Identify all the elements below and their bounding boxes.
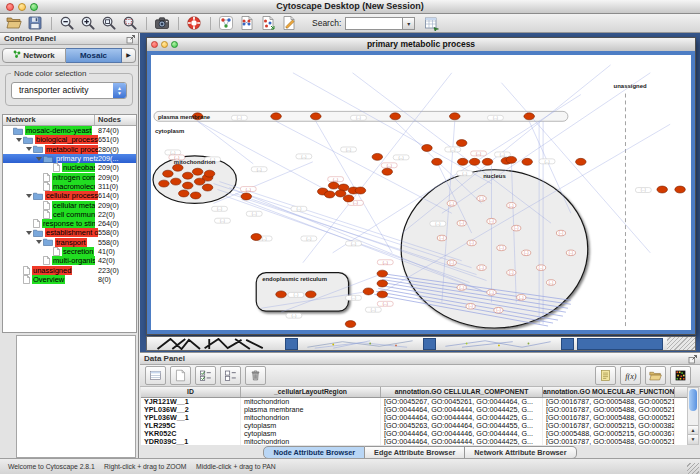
table-cell[interactable]: [GO:0044464, GO:0044444, GO:0044425, G..… [381, 438, 543, 445]
import-table-icon[interactable] [424, 15, 440, 31]
scrollbar-thumb[interactable] [689, 389, 697, 411]
table-cell[interactable]: [GO:0044464, GO:0044446, GO:0044444, G..… [381, 430, 543, 438]
table-cell[interactable]: mitochondrion [241, 398, 381, 406]
attribute-grid-icon[interactable] [145, 366, 166, 385]
table-cell[interactable]: [GO:0016787, GO:0005215, GO:0003824, G..… [543, 422, 675, 430]
tree-row[interactable]: mosaic-demo-yeast874(0) [3, 126, 136, 135]
tree-row[interactable]: cell communicat22(0) [3, 210, 136, 219]
annotations-icon[interactable] [281, 15, 297, 31]
table-cell[interactable]: [GO:0045263, GO:0044464, GO:0044455, G..… [381, 422, 543, 430]
tab-network[interactable]: Network [2, 48, 66, 63]
table-cell[interactable]: YDR039C__1 [141, 438, 241, 445]
unselect-attributes-icon[interactable] [220, 366, 241, 385]
table-cell[interactable]: mitochondrion [241, 438, 381, 445]
close-button[interactable] [6, 3, 14, 11]
table-cell[interactable]: [GO:0016787, GO:0005488, GO:0005215, G..… [543, 406, 675, 414]
search-input[interactable] [345, 17, 403, 30]
scroll-down-icon[interactable]: ▼ [688, 434, 698, 444]
table-cell[interactable]: [GO:0016787, GO:0005488, GO:0005215, G..… [543, 414, 675, 422]
table-row[interactable]: YDR039C__1mitochondrion[GO:0044464, GO:0… [141, 438, 687, 445]
function-builder-icon[interactable]: f(x) [620, 366, 641, 385]
table-row[interactable]: YKR052Ccytoplasm[GO:0044464, GO:0044446,… [141, 430, 687, 438]
table-scrollbar[interactable]: ▲ ▼ [687, 387, 699, 445]
snapshot-icon[interactable] [154, 15, 170, 31]
column-header[interactable]: ID [141, 387, 241, 397]
table-cell[interactable]: [GO:0016787, GO:0005488, GO:0005215, G..… [543, 438, 675, 445]
table-cell[interactable]: plasma membrane [241, 406, 381, 414]
filters-icon[interactable] [239, 15, 255, 31]
tree-row[interactable]: nitrogen compo209(0) [3, 172, 136, 181]
zoom-selected-icon[interactable] [122, 15, 138, 31]
vizmapper-icon[interactable] [218, 15, 234, 31]
float-panel-icon[interactable] [126, 34, 136, 44]
table-cell[interactable]: mitochondrion [241, 414, 381, 422]
table-cell[interactable]: cytoplasm [241, 422, 381, 430]
network-window-titlebar[interactable]: primary metabolic process [147, 38, 695, 52]
tree-row[interactable]: metabolic process280(0) [3, 145, 136, 154]
save-session-icon[interactable] [27, 15, 43, 31]
tree-row[interactable]: Overview8(0) [3, 275, 136, 284]
float-panel-icon[interactable] [688, 354, 698, 364]
zoom-fit-icon[interactable] [101, 15, 117, 31]
table-row[interactable]: YPL036W__1mitochondrion[GO:0044464, GO:0… [141, 414, 687, 422]
table-cell[interactable]: YKR052C [141, 430, 241, 438]
tree-expand-icon[interactable] [25, 231, 33, 235]
tree-row[interactable]: response to stimulu264(0) [3, 219, 136, 228]
tree-expand-icon[interactable] [25, 147, 33, 151]
view-minimize-button[interactable] [161, 41, 168, 48]
table-cell[interactable]: YPL036W__2 [141, 406, 241, 414]
node-color-dropdown[interactable]: transporter activity ▲▼ [11, 82, 127, 99]
table-cell[interactable]: cytoplasm [241, 430, 381, 438]
open-session-icon[interactable] [6, 15, 22, 31]
tree-row[interactable]: cellular metabol209(0) [3, 200, 136, 209]
table-row[interactable]: YLR295Ccytoplasm[GO:0045263, GO:0044464,… [141, 422, 687, 430]
notes-icon[interactable] [595, 366, 616, 385]
tab-mosaic[interactable]: Mosaic [66, 48, 122, 63]
table-cell[interactable]: YJR121W__1 [141, 398, 241, 406]
table-cell[interactable]: [GO:0044464, GO:0044444, GO:0044425, G..… [381, 414, 543, 422]
table-cell[interactable]: [GO:0044464, GO:0044444, GO:0044425, G..… [381, 406, 543, 414]
table-cell[interactable]: [GO:0005488, GO:0005215, GO:0003674] [543, 430, 675, 438]
view-close-button[interactable] [151, 41, 158, 48]
window-titlebar[interactable]: Cytoscape Desktop (New Session) [0, 0, 700, 14]
tree-row[interactable]: establishment of lo558(0) [3, 228, 136, 237]
table-row[interactable]: YPL036W__2plasma membrane[GO:0044464, GO… [141, 406, 687, 414]
tree-row[interactable]: nucleobase-209(0) [3, 163, 136, 172]
heatmap-icon[interactable] [670, 366, 691, 385]
background-window-fragment[interactable] [423, 338, 436, 350]
tree-row[interactable]: transport558(0) [3, 238, 136, 247]
table-row[interactable]: YJR121W__1mitochondrion[GO:0045267, GO:0… [141, 398, 687, 406]
network-view-window[interactable]: primary metabolic process (...)(...)(...… [146, 37, 696, 335]
table-cell[interactable]: [GO:0045267, GO:0045261, GO:0044464, G..… [381, 398, 543, 406]
background-window-fragment[interactable] [561, 338, 574, 350]
tree-row[interactable]: unassigned223(0) [3, 265, 136, 274]
tree-row[interactable]: primary metabo209(... [3, 154, 136, 163]
birds-eye-view[interactable] [16, 335, 136, 458]
zoom-window-button[interactable] [30, 3, 38, 11]
tree-expand-icon[interactable] [15, 138, 23, 142]
tree-expand-icon[interactable] [35, 240, 43, 244]
tree-row[interactable]: macromolecule311(0) [3, 182, 136, 191]
more-tabs-arrow-icon[interactable]: ▶ [122, 48, 136, 63]
tree-row[interactable]: multi-organism pro42(0) [3, 256, 136, 265]
window-resize-grip[interactable] [667, 337, 695, 351]
column-header[interactable]: annotation.GO MOLECULAR_FUNCTION [543, 387, 675, 397]
app-resize-grip[interactable] [687, 463, 699, 474]
tree-row[interactable]: biological_process651(0) [3, 135, 136, 144]
tree-expand-icon[interactable] [35, 157, 43, 161]
tree-header[interactable]: Network Nodes [3, 115, 136, 126]
background-window-fragment[interactable] [285, 338, 298, 350]
network-graph[interactable]: (...)(...)(...)(...)(...)(...)(...)(...)… [151, 55, 691, 330]
tree-row[interactable]: cellular process614(0) [3, 191, 136, 200]
view-zoom-button[interactable] [171, 41, 178, 48]
column-header[interactable]: _cellularLayoutRegion [241, 387, 381, 397]
tree-expand-icon[interactable] [25, 194, 33, 198]
table-cell[interactable]: YPL036W__1 [141, 414, 241, 422]
import-attributes-icon[interactable] [645, 366, 666, 385]
table-cell[interactable]: [GO:0016787, GO:0005488, GO:0005215, G..… [543, 398, 675, 406]
select-attributes-icon[interactable] [195, 366, 216, 385]
zoom-in-icon[interactable] [80, 15, 96, 31]
search-dropdown-arrow[interactable]: ▾ [403, 17, 415, 30]
new-attribute-icon[interactable] [170, 366, 191, 385]
zoom-out-icon[interactable] [59, 15, 75, 31]
